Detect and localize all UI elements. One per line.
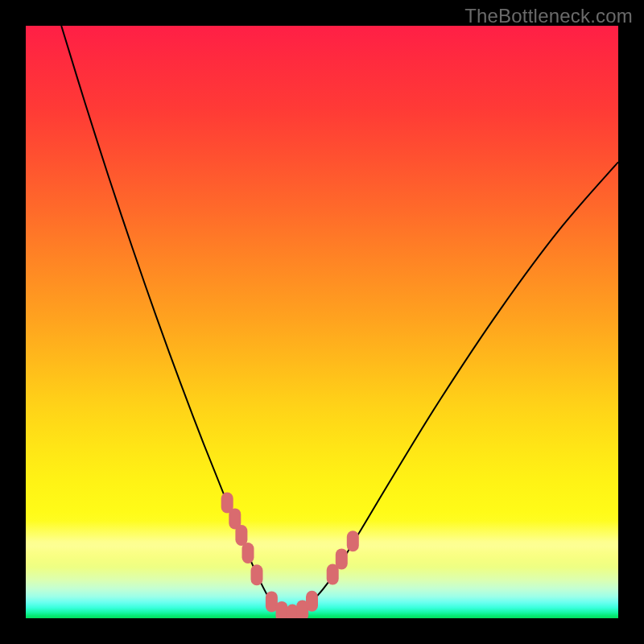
curve-marker — [336, 548, 348, 569]
watermark-text: TheBottleneck.com — [464, 5, 633, 27]
curve-marker — [347, 530, 359, 551]
curve-marker — [235, 525, 247, 546]
curve-marker — [251, 564, 263, 585]
curve-marker — [242, 543, 254, 564]
curve-marker — [276, 601, 288, 618]
bottleneck-curve — [61, 26, 618, 615]
chart-svg — [26, 26, 618, 618]
outer-frame: TheBottleneck.com — [0, 0, 644, 644]
curve-markers — [221, 493, 359, 619]
curve-marker — [306, 591, 318, 612]
plot-area — [26, 26, 618, 618]
